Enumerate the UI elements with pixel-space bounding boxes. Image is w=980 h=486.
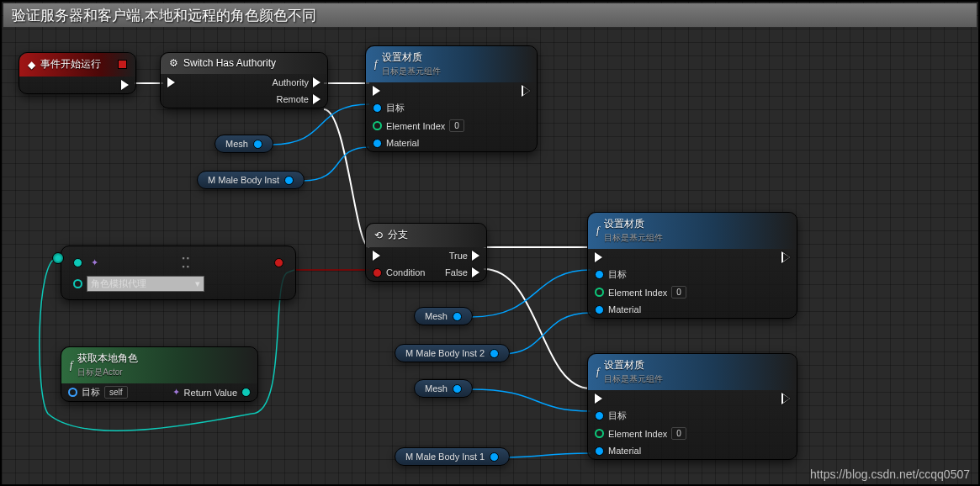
function-icon: f: [596, 366, 599, 378]
title: 获取本地角色: [77, 351, 138, 366]
exec-out[interactable]: [522, 86, 530, 96]
branch-node[interactable]: ⟲ 分支 True ConditionFalse: [365, 223, 487, 282]
body2-variable[interactable]: M Male Body Inst 2: [395, 344, 510, 362]
node-header: f设置材质目标是基元组件: [588, 213, 797, 249]
idx-input[interactable]: 0: [449, 119, 464, 132]
server-icon: [118, 60, 127, 69]
idx-label: Element Index: [386, 121, 445, 131]
title: 设置材质: [604, 358, 663, 372]
set-material-node-3[interactable]: f设置材质目标是基元组件 目标 Element Index0 Material: [587, 353, 797, 460]
self-input[interactable]: self: [104, 386, 128, 399]
cond-label: Condition: [386, 267, 425, 277]
return-pin[interactable]: [241, 388, 251, 397]
exec-in[interactable]: [595, 394, 602, 404]
wildcard-icon: ✦: [91, 257, 98, 268]
idx-pin[interactable]: [595, 429, 604, 438]
exec-out-row[interactable]: [19, 77, 135, 93]
node-header: ⚙ Switch Has Authority: [161, 53, 327, 74]
pin-out[interactable]: [453, 384, 462, 394]
subtitle: 目标是基元组件: [604, 232, 663, 244]
enum-pin-a[interactable]: [73, 258, 82, 267]
pin-out[interactable]: [453, 312, 462, 321]
true-pin[interactable]: [472, 251, 479, 261]
event-icon: ◆: [28, 59, 35, 71]
gear-icon: ⚙: [169, 57, 178, 69]
var-label: M Male Body Inst: [208, 175, 279, 185]
subtitle: 目标是基元组件: [604, 373, 663, 385]
node-header: f设置材质目标是基元组件: [588, 354, 797, 390]
target-label: 目标: [386, 102, 405, 114]
enum-pin-b[interactable]: [73, 279, 82, 288]
grip-icon: ▪▪▪▪: [178, 254, 195, 271]
exec-in-pin[interactable]: [167, 77, 175, 87]
subtitle: 目标是基元组件: [382, 66, 441, 77]
target-pin[interactable]: [373, 103, 382, 113]
get-local-role-node[interactable]: f获取本地角色目标是Actor 目标self ✦Return Value: [61, 346, 258, 402]
mat-pin[interactable]: [595, 446, 604, 456]
exec-in[interactable]: [373, 86, 380, 96]
target-pin[interactable]: [595, 270, 604, 279]
target-label: 目标: [82, 386, 100, 399]
mat-pin[interactable]: [595, 305, 604, 314]
enum-compare-node[interactable]: ✦ ▪▪▪▪ 角色模拟代理▾: [61, 246, 296, 300]
pin-out[interactable]: [490, 452, 499, 462]
var-label: Mesh: [425, 383, 448, 394]
node-header: ⟲ 分支: [366, 224, 486, 247]
remote-pin[interactable]: [313, 94, 320, 104]
idx-pin[interactable]: [373, 121, 382, 130]
bool-out-pin[interactable]: [274, 258, 283, 267]
function-icon: f: [70, 359, 72, 372]
switch-authority-node[interactable]: ⚙ Switch Has Authority Authority Remote: [160, 52, 328, 108]
idx-pin[interactable]: [595, 288, 604, 297]
branch-label: 分支: [388, 228, 408, 242]
target-pin[interactable]: [595, 411, 604, 420]
set-material-node-1[interactable]: f 设置材质目标是基元组件 目标 Element Index0 Material: [365, 45, 538, 152]
mat-label: Material: [608, 446, 641, 456]
event-label: 事件开始运行: [40, 57, 101, 71]
body-variable[interactable]: M Male Body Inst: [197, 171, 305, 189]
page-title: 验证服务器和客户端,本地和远程的角色颜色不同: [3, 3, 977, 27]
authority-pin[interactable]: [313, 77, 320, 87]
var-label: Mesh: [425, 311, 448, 321]
exec-in[interactable]: [595, 252, 602, 262]
exec-out[interactable]: [782, 394, 790, 404]
target-label: 目标: [608, 409, 627, 422]
idx-label: Element Index: [608, 288, 667, 298]
chevron-down-icon: ▾: [195, 278, 200, 289]
idx-input[interactable]: 0: [671, 427, 686, 440]
switch-label: Switch Has Authority: [183, 57, 276, 69]
idx-input[interactable]: 0: [671, 286, 686, 298]
role-dropdown[interactable]: 角色模拟代理▾: [87, 276, 204, 292]
exec-out-pin[interactable]: [121, 80, 129, 90]
var-label: M Male Body Inst 2: [405, 348, 485, 358]
exec-in[interactable]: [373, 251, 380, 261]
mesh-variable-3[interactable]: Mesh: [414, 379, 473, 398]
node-header: f 设置材质目标是基元组件: [366, 46, 537, 82]
title: 设置材质: [604, 217, 663, 231]
mesh-variable[interactable]: Mesh: [215, 135, 273, 153]
pin-out[interactable]: [253, 140, 262, 149]
reroute-knot[interactable]: [52, 252, 64, 264]
true-label: True: [449, 251, 468, 261]
function-icon: f: [596, 225, 599, 237]
target-label: 目标: [608, 268, 627, 281]
pin-out[interactable]: [490, 349, 499, 358]
false-label: False: [445, 267, 468, 277]
target-pin[interactable]: [68, 388, 77, 397]
wildcard-icon: ✦: [172, 387, 180, 398]
event-begin-play-node[interactable]: ◆ 事件开始运行: [19, 52, 136, 94]
body1-variable[interactable]: M Male Body Inst 1: [395, 447, 510, 466]
set-material-node-2[interactable]: f设置材质目标是基元组件 目标 Element Index0 Material: [587, 212, 797, 319]
exec-out[interactable]: [782, 252, 790, 262]
return-label: Return Value: [184, 388, 237, 398]
cond-pin[interactable]: [373, 268, 382, 277]
false-pin[interactable]: [472, 267, 479, 277]
mat-pin[interactable]: [373, 139, 382, 148]
mesh-variable-2[interactable]: Mesh: [414, 307, 473, 325]
authority-label: Authority: [273, 77, 309, 87]
node-header: ◆ 事件开始运行: [19, 53, 135, 77]
dropdown-value: 角色模拟代理: [91, 277, 146, 290]
var-label: Mesh: [225, 139, 248, 149]
pin-out[interactable]: [284, 176, 294, 185]
title: 设置材质: [382, 50, 441, 65]
